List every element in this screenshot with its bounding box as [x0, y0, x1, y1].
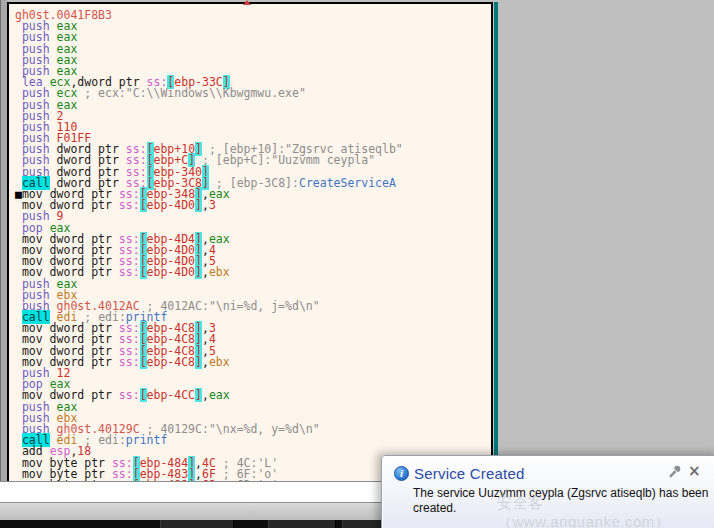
asm-token: ebx — [209, 265, 230, 279]
asm-line[interactable]: push 12 — [15, 368, 491, 379]
asm-token: , — [202, 265, 209, 279]
asm-line[interactable]: push eax — [15, 21, 491, 32]
asm-line[interactable]: push eax — [15, 100, 491, 111]
asm-line[interactable]: push 9 — [15, 211, 491, 222]
taskbar-item[interactable] — [160, 520, 234, 528]
asm-token: ; [ebp+C]:"Uuzvmm ceypla" — [195, 153, 375, 167]
asm-line[interactable]: push 2 — [15, 111, 491, 122]
taskbar-item[interactable] — [342, 520, 382, 528]
window-frame-left — [0, 0, 7, 481]
taskbar-item[interactable] — [268, 520, 336, 528]
asm-token: [ — [140, 198, 147, 212]
asm-token: ebp-4C8 — [147, 355, 195, 369]
window-edge-teal — [494, 2, 498, 481]
asm-token: , — [202, 198, 209, 212]
info-icon: i — [394, 466, 409, 481]
asm-token: ] — [195, 388, 202, 402]
asm-token: [ — [140, 355, 147, 369]
asm-line[interactable]: mov dword ptr ss:[ebp-4C8],ebx — [15, 357, 491, 368]
asm-line[interactable]: push eax — [15, 32, 491, 43]
jump-arrow-icon — [243, 0, 251, 5]
asm-token: ss: — [119, 198, 140, 212]
asm-token: ebp-4CC — [147, 388, 195, 402]
asm-token: ; ecx:"C:\\Windows\\Kbwgmwu.exe" — [77, 86, 305, 100]
asm-line[interactable]: mov dword ptr ss:[ebp-4D0],ebx — [15, 267, 491, 278]
asm-token: ss: — [119, 388, 140, 402]
asm-line[interactable]: push eax — [15, 279, 491, 290]
asm-line[interactable]: push eax — [15, 44, 491, 55]
asm-token: , — [202, 388, 209, 402]
asm-token: ebp-4D0 — [147, 198, 195, 212]
asm-token: CreateServiceA — [299, 176, 396, 190]
asm-token: printf — [126, 433, 168, 447]
asm-token: ss: — [119, 265, 140, 279]
disassembly-listing: gh0st.0041F8B3 push eax push eax push ea… — [9, 4, 491, 483]
asm-line[interactable]: push ecx ; ecx:"C:\\Windows\\Kbwgmwu.exe… — [15, 88, 491, 99]
notification-title: Service Created — [414, 465, 525, 482]
notification-body: The service Uuzvmm ceypla (Zgsrvc atiseq… — [413, 486, 709, 516]
asm-line[interactable]: mov dword ptr ss:[ebp-4CC],eax — [15, 390, 491, 401]
asm-token: [ — [140, 388, 147, 402]
close-icon[interactable]: × — [688, 465, 701, 478]
asm-token: ] — [195, 355, 202, 369]
asm-line[interactable]: mov dword ptr ss:[ebp-4D0],3 — [15, 200, 491, 211]
asm-line[interactable]: gh0st.0041F8B3 — [15, 10, 491, 21]
asm-token: ebx — [209, 355, 230, 369]
asm-token: , — [202, 355, 209, 369]
disassembly-panel[interactable]: gh0st.0041F8B3 push eax push eax push ea… — [7, 2, 493, 483]
notification-popup: i Service Created × The service Uuzvmm c… — [381, 455, 714, 528]
settings-wrench-icon[interactable] — [668, 465, 681, 478]
asm-line[interactable]: push eax — [15, 55, 491, 66]
asm-token: ebp-4D0 — [147, 265, 195, 279]
asm-token: ] — [195, 265, 202, 279]
asm-token: eax — [209, 388, 230, 402]
notification-header: i Service Created — [382, 456, 714, 482]
asm-token: ] — [195, 198, 202, 212]
asm-line[interactable]: push eax — [15, 402, 491, 413]
asm-token: 3 — [209, 198, 216, 212]
asm-token: ss: — [119, 355, 140, 369]
asm-token: [ — [140, 265, 147, 279]
